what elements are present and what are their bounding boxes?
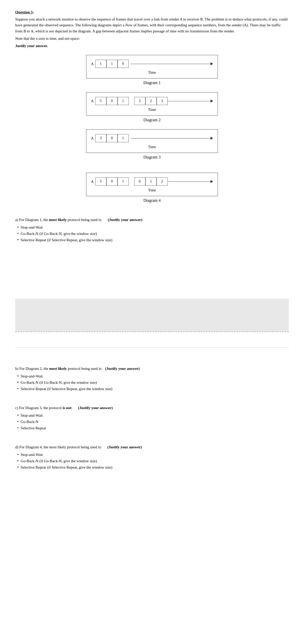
frame-d4-3: 1 (118, 177, 129, 186)
answer-section-b: b) For Diagram 2, the most likely protoc… (15, 366, 289, 392)
bullet-b-2: Go-Back-N (if Go-Back-N, give the window… (15, 380, 289, 386)
frame-d4-4: 0 (134, 177, 145, 186)
bullet-a-3: Selective Repeat (if Selective Repeat, g… (15, 237, 289, 243)
diagram3-inner: A 3 0 1 (91, 134, 213, 142)
diagram1-label: A (91, 62, 94, 66)
frame-d2-3: 1 (118, 97, 129, 105)
question-justify: Justify your answer. (15, 43, 289, 49)
frame-d2-1: 5 (95, 97, 106, 105)
q-b-justify: (Justify your answer) (105, 367, 140, 371)
bullet-c-1: Stop-and-Wait (15, 413, 289, 418)
question-b-text: b) For Diagram 2, the most likely protoc… (15, 366, 289, 372)
frame-d4-2: 0 (106, 177, 118, 186)
bullet-b-3: Selective Repeat (if Selective Repeat, g… (15, 386, 289, 392)
diagram4-label: A (91, 179, 94, 184)
bullet-a-2: Go-Back-N (if Go-Back-N, give the window… (15, 231, 289, 237)
white-spacer (15, 332, 289, 347)
frame-d3-2: 0 (106, 134, 118, 142)
frame-d2-6: 3 (157, 97, 168, 105)
q-c-justify: (Justify your answer) (78, 406, 112, 410)
question-d-bullets: Stop-and-Wait Go-Back-N (if Go-Back-N, g… (15, 452, 289, 471)
frame-d2-5: 2 (145, 97, 157, 105)
diagram4-axis-line (168, 182, 211, 182)
diagram4-caption: Diagram 4 (143, 198, 161, 203)
diagram1-axis-line (131, 64, 211, 64)
diagram2-inner: A 5 0 1 5 2 3 (91, 97, 213, 105)
bullet-d-3: Selective Repeat (if Selective Repeat, g… (15, 465, 289, 470)
diagram1-container: A 1 1 0 Time (86, 55, 218, 78)
answer-section-d: d) For Diagram 4, the most likely protoc… (15, 444, 289, 470)
bullet-d-1: Stop-and-Wait (15, 452, 289, 458)
diagram4-inner: A 5 0 1 0 1 2 (91, 177, 213, 186)
diagram1-caption: Diagram 1 (143, 80, 161, 85)
diagram2-container: A 5 0 1 5 2 3 Time (86, 92, 218, 116)
diagram3-caption: Diagram 3 (143, 155, 161, 159)
q-b-bold: most likely (49, 367, 67, 371)
bullet-a-1: Stop-and-Wait (15, 225, 289, 230)
q-a-bold: most likely (49, 218, 67, 222)
answer-section-c: c) For Diagram 3, the protocol is not: (… (15, 405, 289, 431)
frame-d1-3: 0 (118, 60, 129, 68)
diagram2-label: A (91, 99, 94, 103)
frame-d3-1: 3 (95, 134, 106, 142)
diagram3-time-label: Time (91, 145, 213, 149)
bullet-c-2: Go-Back-N (15, 419, 289, 425)
frame-d1-1: 1 (95, 60, 106, 68)
diagram4-time-label: Time (91, 188, 213, 192)
diagram1-time-label: Time (91, 70, 213, 75)
question-note: Note that the x-axis is time, and not sp… (15, 36, 289, 42)
diagram2-axis-line (168, 101, 211, 102)
frame-d1-2: 1 (106, 60, 118, 68)
question-c-text: c) For Diagram 3, the protocol is not: (… (15, 405, 289, 411)
frame-d2-4: 5 (134, 97, 145, 105)
question-b-bullets: Stop-and-Wait Go-Back-N (if Go-Back-N, g… (15, 373, 289, 392)
diagram3-label: A (91, 136, 94, 140)
diagram1-axis-arrow (211, 62, 213, 65)
diagram4-axis-arrow (211, 180, 213, 183)
answer-section-a: a) For Diagram 1, the most likely protoc… (15, 217, 289, 243)
diagram3-container: A 3 0 1 Time (86, 129, 218, 153)
frame-d2-2: 0 (106, 97, 118, 105)
diagram4-frames: 5 0 1 0 1 2 (95, 177, 168, 186)
answer-box-a (15, 299, 289, 332)
frame-d3-3: 1 (118, 134, 129, 142)
question-a-bullets: Stop-and-Wait Go-Back-N (if Go-Back-N, g… (15, 225, 289, 243)
question-body: Suppose you attach a network monitor to … (15, 16, 289, 34)
diagram2-caption: Diagram 2 (143, 118, 161, 122)
diagram2-axis-arrow (211, 99, 213, 103)
q-c-bold: is not (63, 406, 71, 410)
bullet-d-2: Go-Back-N (if Go-Back-N, give the window… (15, 458, 289, 464)
frame-d4-6: 2 (157, 177, 168, 186)
diagram3-axis-arrow (211, 137, 213, 140)
bullet-c-3: Selective Repeat (15, 425, 289, 431)
diagram1-frames: 1 1 0 (95, 60, 129, 68)
diagram1-inner: A 1 1 0 (91, 60, 213, 68)
diagram2-time-label: Time (91, 108, 213, 112)
question-colon: : (33, 10, 34, 14)
frame-d4-1: 5 (95, 177, 106, 186)
diagram4-container: A 5 0 1 0 1 2 Time (86, 173, 218, 196)
question-label: Question 5 (15, 10, 33, 14)
diagram2-frames: 5 0 1 5 2 3 (95, 97, 168, 105)
question-header: Question 5: (15, 10, 289, 14)
question-d-text: d) For Diagram 4, the most likely protoc… (15, 444, 289, 450)
diagram3-axis-line (131, 138, 211, 139)
q-d-justify: (Justify your answer) (107, 445, 142, 449)
bullet-b-1: Stop-and-Wait (15, 373, 289, 379)
q-a-justify: (Justify your answer) (108, 218, 142, 222)
frame-d4-5: 1 (145, 177, 157, 186)
question-c-bullets: Stop-and-Wait Go-Back-N Selective Repeat (15, 413, 289, 431)
diagram3-frames: 3 0 1 (95, 134, 129, 142)
question-a-text: a) For Diagram 1, the most likely protoc… (15, 217, 289, 223)
